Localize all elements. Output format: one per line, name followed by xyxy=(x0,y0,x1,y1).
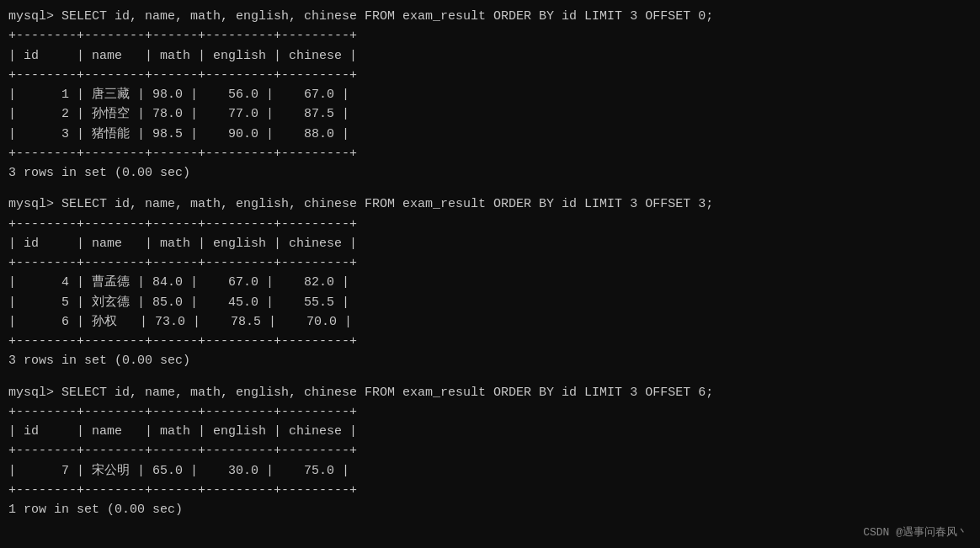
result-2: 3 rows in set (0.00 sec) xyxy=(8,351,972,370)
query-block-1: mysql> SELECT id, name, math, english, c… xyxy=(8,7,972,183)
query-block-2: mysql> SELECT id, name, math, english, c… xyxy=(8,194,972,370)
cmd-line-2: mysql> SELECT id, name, math, english, c… xyxy=(8,194,972,214)
border-mid-2: +--------+--------+------+---------+----… xyxy=(8,253,972,273)
result-3: 1 row in set (0.00 sec) xyxy=(8,500,972,519)
sql-3: SELECT id, name, math, english, chinese … xyxy=(61,386,713,400)
prompt-1: mysql> xyxy=(8,9,61,24)
border-top-2: +--------+--------+------+---------+----… xyxy=(8,215,972,234)
query-block-3: mysql> SELECT id, name, math, english, c… xyxy=(8,383,972,520)
sql-1: SELECT id, name, math, english, chinese … xyxy=(61,9,713,24)
prompt-3: mysql> xyxy=(8,386,61,400)
cmd-line-1: mysql> SELECT id, name, math, english, c… xyxy=(8,7,972,26)
result-1: 3 rows in set (0.00 sec) xyxy=(8,163,972,183)
data-row-1-1: | 1 | 唐三藏 | 98.0 | 56.0 | 67.0 | xyxy=(8,85,972,104)
data-row-3-1: | 7 | 宋公明 | 65.0 | 30.0 | 75.0 | xyxy=(8,461,972,481)
header-row-1: | id | name | math | english | chinese | xyxy=(8,46,972,66)
border-bot-2: +--------+--------+------+---------+----… xyxy=(8,332,972,351)
header-row-3: | id | name | math | english | chinese | xyxy=(8,422,972,441)
data-row-2-2: | 5 | 刘玄德 | 85.0 | 45.0 | 55.5 | xyxy=(8,293,972,312)
prompt-2: mysql> xyxy=(8,197,61,211)
watermark: CSDN @遇事问春风丶 xyxy=(863,524,968,540)
data-row-2-1: | 4 | 曹孟德 | 84.0 | 67.0 | 82.0 | xyxy=(8,273,972,292)
border-top-3: +--------+--------+------+---------+----… xyxy=(8,402,972,422)
data-row-1-3: | 3 | 猪悟能 | 98.5 | 90.0 | 88.0 | xyxy=(8,125,972,144)
border-top-1: +--------+--------+------+---------+----… xyxy=(8,26,972,45)
border-bot-1: +--------+--------+------+---------+----… xyxy=(8,144,972,163)
spacer-1 xyxy=(8,186,972,194)
border-bot-3: +--------+--------+------+---------+----… xyxy=(8,481,972,500)
spacer-2 xyxy=(8,375,972,383)
sql-2: SELECT id, name, math, english, chinese … xyxy=(61,197,713,211)
data-row-2-3: | 6 | 孙权 | 73.0 | 78.5 | 70.0 | xyxy=(8,312,972,332)
border-mid-3: +--------+--------+------+---------+----… xyxy=(8,441,972,460)
terminal-container: mysql> SELECT id, name, math, english, c… xyxy=(8,7,972,519)
data-row-1-2: | 2 | 孙悟空 | 78.0 | 77.0 | 87.5 | xyxy=(8,104,972,124)
border-mid-1: +--------+--------+------+---------+----… xyxy=(8,66,972,85)
header-row-2: | id | name | math | english | chinese | xyxy=(8,234,972,253)
cmd-line-3: mysql> SELECT id, name, math, english, c… xyxy=(8,383,972,402)
